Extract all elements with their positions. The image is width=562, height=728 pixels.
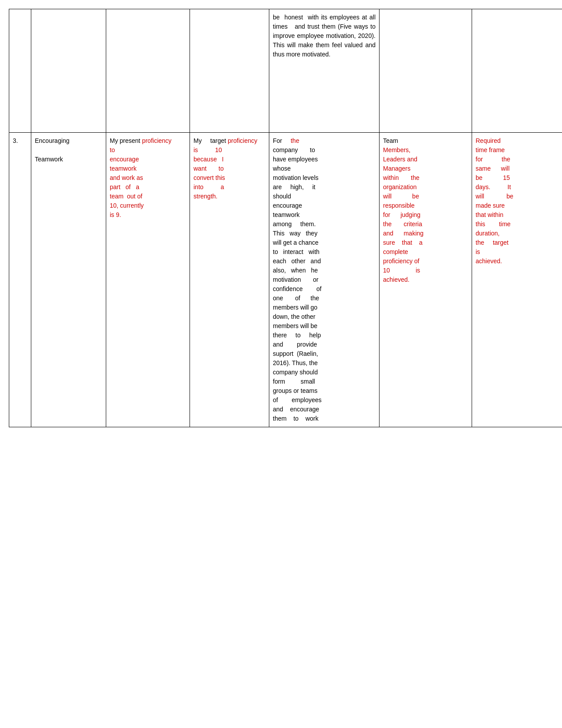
row-top-num xyxy=(9,9,31,133)
row-3-responsible-team: Team xyxy=(383,137,398,144)
row-3-timeframe-body: time framefor thesame willbe 15days. Itw… xyxy=(476,146,514,265)
row-3-num-text: 3. xyxy=(13,137,18,144)
row-3-current-body: proficiencytoencourageteamworkand work a… xyxy=(110,137,171,218)
row-top-current xyxy=(106,9,190,133)
row-3-current-label: My present xyxy=(110,137,142,144)
row-3-current: My present proficiencytoencourageteamwor… xyxy=(106,133,190,427)
row-3-timeframe-required: Required xyxy=(476,137,501,144)
row-top-action: be honest with its employees at all time… xyxy=(269,9,380,133)
row-3-action-the: the xyxy=(290,137,299,144)
row-3-responsible: Team Members,Leaders andManagerswithin t… xyxy=(380,133,472,427)
row-3-timeframe: Required time framefor thesame willbe 15… xyxy=(472,133,562,427)
table-row-3: 3. EncouragingTeamwork My present profic… xyxy=(9,133,562,427)
row-3-target-label: My target xyxy=(194,137,228,144)
row-top-target xyxy=(190,9,269,133)
row-3-action-body: company tohave employeeswhosemotivation … xyxy=(273,146,322,422)
row-top-timeframe xyxy=(472,9,562,133)
row-top-responsible xyxy=(380,9,472,133)
row-3-target-body: proficiencyis 10because Iwant toconvert … xyxy=(194,137,257,200)
row-3-num: 3. xyxy=(9,133,31,427)
row-top-action-text: be honest with its employees at all time… xyxy=(273,13,376,59)
row-3-target: My target proficiencyis 10because Iwant … xyxy=(190,133,269,427)
main-table: be honest with its employees at all time… xyxy=(9,9,562,427)
row-3-strategy-text: EncouragingTeamwork xyxy=(35,137,70,163)
row-top-strategy xyxy=(31,9,106,133)
row-3-responsible-body: Members,Leaders andManagerswithin theorg… xyxy=(383,146,424,283)
row-3-action-for: For xyxy=(273,137,282,144)
row-3-action: For the company tohave employeeswhosemot… xyxy=(269,133,380,427)
row-3-strategy: EncouragingTeamwork xyxy=(31,133,106,427)
table-row-top: be honest with its employees at all time… xyxy=(9,9,562,133)
